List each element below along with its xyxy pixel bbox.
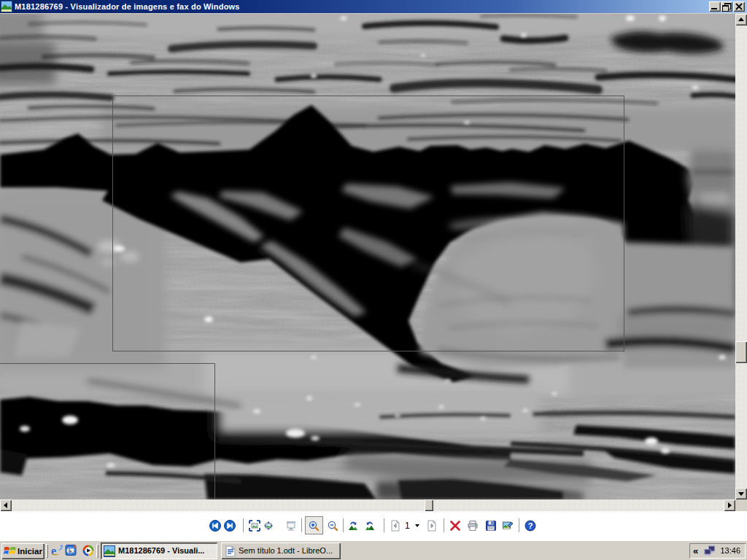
- svg-text:?: ?: [528, 521, 533, 530]
